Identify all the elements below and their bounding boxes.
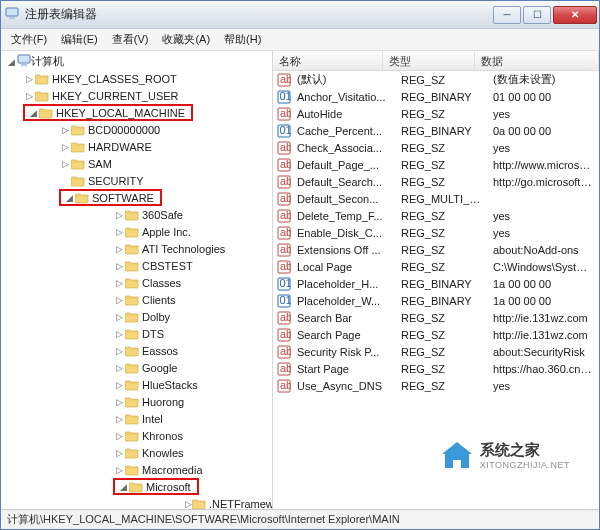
titlebar[interactable]: 注册表编辑器 ─ ☐ ✕: [1, 1, 599, 29]
value-type: REG_SZ: [395, 159, 487, 171]
expander-icon[interactable]: ▷: [113, 346, 125, 356]
tree-sw-knowles[interactable]: ▷Knowles: [113, 444, 272, 461]
expander-icon[interactable]: ▷: [113, 244, 125, 254]
tree-software[interactable]: ◢SOFTWARE: [63, 189, 158, 206]
menu-view[interactable]: 查看(V): [106, 30, 155, 49]
tree-sw-s360[interactable]: ▷360Safe: [113, 206, 272, 223]
value-name: Enable_Disk_C...: [291, 227, 395, 239]
tree-hkcu[interactable]: ▷HKEY_CURRENT_USER: [23, 87, 272, 104]
value-row[interactable]: Default_Page_...REG_SZhttp://www.microso…: [273, 156, 599, 173]
tree-sw-huorong[interactable]: ▷Huorong: [113, 393, 272, 410]
expander-icon[interactable]: ▷: [185, 499, 192, 509]
value-name: Cache_Percent...: [291, 125, 395, 137]
tree-sw-apple[interactable]: ▷Apple Inc.: [113, 223, 272, 240]
tree-security[interactable]: SECURITY: [59, 172, 272, 189]
expander-icon[interactable]: ◢: [63, 193, 75, 203]
list-header: 名称 类型 数据: [273, 51, 599, 71]
value-row[interactable]: Placeholder_H...REG_BINARY1a 00 00 00: [273, 275, 599, 292]
value-row[interactable]: Cache_Percent...REG_BINARY0a 00 00 00: [273, 122, 599, 139]
close-button[interactable]: ✕: [553, 6, 597, 24]
tree-sw-microsoft[interactable]: ◢Microsoft: [117, 478, 195, 495]
value-row[interactable]: Delete_Temp_F...REG_SZyes: [273, 207, 599, 224]
tree-sw-cbs[interactable]: ▷CBSTEST: [113, 257, 272, 274]
value-row[interactable]: Placeholder_W...REG_BINARY1a 00 00 00: [273, 292, 599, 309]
value-row[interactable]: Default_Search...REG_SZhttp://go.microso…: [273, 173, 599, 190]
tree-sw-google[interactable]: ▷Google: [113, 359, 272, 376]
col-header-name[interactable]: 名称: [273, 51, 383, 70]
expander-icon[interactable]: ▷: [113, 465, 125, 475]
value-row[interactable]: Check_Associa...REG_SZyes: [273, 139, 599, 156]
minimize-button[interactable]: ─: [493, 6, 521, 24]
expander-icon[interactable]: ▷: [113, 278, 125, 288]
maximize-button[interactable]: ☐: [523, 6, 551, 24]
tree-label: HlueStacks: [142, 379, 198, 391]
tree-bcd[interactable]: ▷BCD00000000: [59, 121, 272, 138]
expander-icon[interactable]: ▷: [113, 414, 125, 424]
expander-icon[interactable]: ▷: [113, 261, 125, 271]
string-value-icon: [277, 73, 291, 87]
tree-sw-dts[interactable]: ▷DTS: [113, 325, 272, 342]
expander-icon[interactable]: ▷: [113, 397, 125, 407]
tree-hkcr[interactable]: ▷HKEY_CLASSES_ROOT: [23, 70, 272, 87]
value-type: REG_SZ: [395, 74, 487, 86]
value-row[interactable]: Start PageREG_SZhttps://hao.360.cn/?360x…: [273, 360, 599, 377]
expander-icon[interactable]: ▷: [113, 431, 125, 441]
tree-ms-netfw[interactable]: ▷.NETFramework: [185, 495, 272, 509]
value-row[interactable]: Search PageREG_SZhttp://ie.131wz.com: [273, 326, 599, 343]
expander-icon[interactable]: ▷: [59, 142, 71, 152]
expander-icon[interactable]: ▷: [23, 74, 35, 84]
menu-file[interactable]: 文件(F): [5, 30, 53, 49]
tree-sw-dolby[interactable]: ▷Dolby: [113, 308, 272, 325]
tree-label: SAM: [88, 158, 112, 170]
value-type: REG_BINARY: [395, 295, 487, 307]
expander-icon[interactable]: ▷: [113, 363, 125, 373]
tree-sw-eassos[interactable]: ▷Eassos: [113, 342, 272, 359]
expander-icon[interactable]: ▷: [113, 380, 125, 390]
col-header-data[interactable]: 数据: [475, 51, 599, 70]
menu-help[interactable]: 帮助(H): [218, 30, 267, 49]
expander-icon[interactable]: ▷: [59, 159, 71, 169]
menu-edit[interactable]: 编辑(E): [55, 30, 104, 49]
expander-icon[interactable]: ▷: [113, 295, 125, 305]
registry-tree[interactable]: ◢ 计算机 ▷HKEY_CLASSES_ROOT ▷HKEY_CURRENT_U…: [1, 51, 273, 509]
expander-icon[interactable]: ▷: [113, 312, 125, 322]
expander-icon[interactable]: ▷: [113, 227, 125, 237]
expander-icon[interactable]: ◢: [27, 108, 39, 118]
value-data: yes: [487, 227, 599, 239]
expander-icon[interactable]: ▷: [113, 210, 125, 220]
expander-icon[interactable]: ◢: [117, 482, 129, 492]
tree-hklm[interactable]: ◢HKEY_LOCAL_MACHINE: [27, 104, 189, 121]
tree-sw-classes[interactable]: ▷Classes: [113, 274, 272, 291]
value-row[interactable]: Use_Async_DNSREG_SZyes: [273, 377, 599, 394]
value-row[interactable]: AutoHideREG_SZyes: [273, 105, 599, 122]
value-row[interactable]: Security Risk P...REG_SZabout:SecurityRi…: [273, 343, 599, 360]
folder-icon: [125, 361, 139, 374]
value-data: yes: [487, 380, 599, 392]
value-row[interactable]: Search BarREG_SZhttp://ie.131wz.com: [273, 309, 599, 326]
value-row[interactable]: Anchor_Visitatio...REG_BINARY01 00 00 00: [273, 88, 599, 105]
value-row[interactable]: Local PageREG_SZC:\Windows\System32\blan: [273, 258, 599, 275]
watermark: 系统之家 XITONGZHIJIA.NET: [440, 440, 570, 470]
expander-icon[interactable]: ▷: [113, 329, 125, 339]
value-row[interactable]: Extensions Off ...REG_SZabout:NoAdd-ons: [273, 241, 599, 258]
value-row[interactable]: Enable_Disk_C...REG_SZyes: [273, 224, 599, 241]
menu-favorites[interactable]: 收藏夹(A): [156, 30, 216, 49]
tree-sam[interactable]: ▷SAM: [59, 155, 272, 172]
value-row[interactable]: (默认)REG_SZ(数值未设置): [273, 71, 599, 88]
expander-icon[interactable]: ◢: [5, 57, 17, 67]
tree-hardware[interactable]: ▷HARDWARE: [59, 138, 272, 155]
tree-sw-intel[interactable]: ▷Intel: [113, 410, 272, 427]
col-header-type[interactable]: 类型: [383, 51, 475, 70]
value-row[interactable]: Default_Secon...REG_MULTI_SZ: [273, 190, 599, 207]
computer-icon: [17, 54, 31, 69]
tree-sw-macromedia[interactable]: ▷Macromedia: [113, 461, 272, 478]
expander-icon[interactable]: ▷: [113, 448, 125, 458]
tree-sw-hlue[interactable]: ▷HlueStacks: [113, 376, 272, 393]
tree-sw-clients[interactable]: ▷Clients: [113, 291, 272, 308]
expander-icon[interactable]: ▷: [23, 91, 35, 101]
tree-sw-ati[interactable]: ▷ATI Technologies: [113, 240, 272, 257]
house-icon: [440, 440, 474, 470]
tree-root-computer[interactable]: ◢ 计算机: [5, 53, 272, 70]
expander-icon[interactable]: ▷: [59, 125, 71, 135]
tree-sw-khronos[interactable]: ▷Khronos: [113, 427, 272, 444]
